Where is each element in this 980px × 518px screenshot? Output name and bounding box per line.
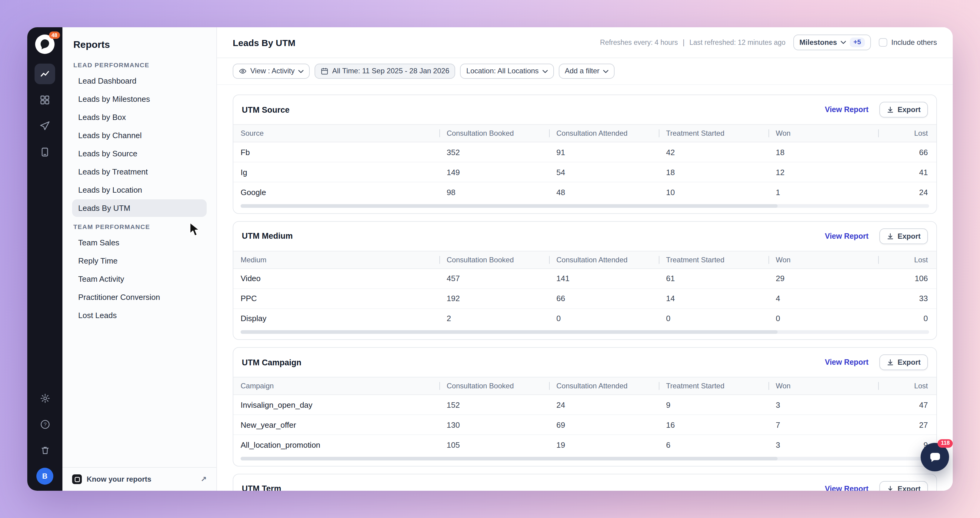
table-row: Fb35291421866	[233, 142, 936, 162]
sidebar-item-leads-by-treatment[interactable]: Leads by Treatment	[72, 163, 207, 181]
row-value: 54	[549, 162, 659, 182]
row-value: 6	[659, 435, 768, 455]
app-logo[interactable]: 48	[35, 35, 54, 54]
date-range-filter[interactable]: All Time: 11 Sep 2025 - 28 Jan 2026	[315, 64, 455, 79]
sidebar-footer-link[interactable]: Know your reports ↗	[62, 467, 216, 491]
page-header: Leads By UTM Refreshes every: 4 hours | …	[217, 27, 953, 58]
utm-card-utm-campaign: UTM CampaignView ReportExportCampaignCon…	[233, 347, 937, 466]
chevron-down-icon	[603, 69, 608, 73]
scrollbar-thumb[interactable]	[240, 456, 778, 460]
horizontal-scrollbar[interactable]	[240, 456, 929, 460]
card-title: UTM Source	[242, 105, 290, 114]
sidebar-item-leads-by-channel[interactable]: Leads by Channel	[72, 127, 207, 144]
download-icon	[887, 106, 894, 113]
cards-container: UTM SourceView ReportExportSourceConsult…	[217, 85, 953, 491]
sidebar-item-leads-by-utm[interactable]: Leads By UTM	[72, 199, 207, 217]
chat-widget-button[interactable]: 118	[921, 443, 949, 471]
row-value: 4	[768, 288, 878, 308]
row-value: 457	[439, 269, 549, 288]
row-value: 9	[659, 395, 768, 415]
add-filter-button[interactable]: Add a filter	[559, 64, 615, 79]
row-label: All_location_promotion	[233, 435, 439, 455]
export-button-label: Export	[897, 105, 921, 114]
card-header: UTM CampaignView ReportExport	[233, 348, 936, 377]
export-button[interactable]: Export	[880, 354, 928, 370]
table-row: All_location_promotion10519639	[233, 435, 936, 455]
column-header: Consultation Attended	[549, 251, 659, 269]
export-button[interactable]: Export	[880, 481, 928, 491]
column-header: Won	[768, 251, 878, 269]
rail-device-nav[interactable]	[35, 142, 55, 162]
row-value: 66	[878, 142, 936, 162]
row-value: 91	[549, 142, 659, 162]
rail-reports-nav[interactable]	[35, 64, 55, 84]
horizontal-scrollbar[interactable]	[240, 204, 929, 208]
utm-table: SourceConsultation BookedConsultation At…	[233, 124, 936, 202]
sidebar-item-practitioner-conversion[interactable]: Practitioner Conversion	[72, 288, 207, 306]
rail-campaigns-nav[interactable]	[35, 116, 55, 136]
table-row: Google984810124	[233, 182, 936, 202]
row-value: 18	[659, 162, 768, 182]
utm-card-utm-source: UTM SourceView ReportExportSourceConsult…	[233, 95, 937, 214]
help-icon: ?	[40, 419, 50, 429]
calendar-icon	[321, 67, 328, 75]
view-report-link[interactable]: View Report	[825, 105, 869, 114]
sidebar-item-leads-by-source[interactable]: Leads by Source	[72, 145, 207, 162]
sidebar-item-team-sales[interactable]: Team Sales	[72, 234, 207, 251]
table-row: PPC1926614433	[233, 288, 936, 308]
horizontal-scrollbar[interactable]	[240, 330, 929, 334]
row-value: 7	[768, 415, 878, 435]
view-filter[interactable]: View : Activity	[233, 64, 310, 79]
row-value: 27	[878, 415, 936, 435]
row-value: 10	[659, 182, 768, 202]
row-value: 14	[659, 288, 768, 308]
column-header: Consultation Booked	[439, 377, 549, 395]
scrollbar-thumb[interactable]	[240, 204, 778, 208]
download-icon	[887, 232, 894, 240]
table-row: New_year_offer1306916727	[233, 415, 936, 435]
include-others-label: Include others	[891, 38, 937, 47]
export-button[interactable]: Export	[880, 228, 928, 244]
tablet-icon	[40, 147, 50, 157]
column-header: Consultation Booked	[439, 124, 549, 142]
row-label: Fb	[233, 142, 439, 162]
table-row: Display20000	[233, 308, 936, 328]
rail-apps-nav[interactable]	[35, 90, 55, 110]
sidebar-item-lead-dashboard[interactable]: Lead Dashboard	[72, 72, 207, 90]
trash-icon	[40, 445, 50, 455]
location-filter[interactable]: Location: All Locations	[460, 64, 554, 79]
chart-icon	[40, 68, 50, 79]
row-value: 29	[768, 269, 878, 288]
settings-button[interactable]	[35, 388, 55, 408]
row-label: PPC	[233, 288, 439, 308]
milestones-count-badge: +5	[850, 38, 865, 47]
scrollbar-thumb[interactable]	[240, 330, 778, 334]
utm-card-utm-term: UTM TermView ReportExportTermConsultatio…	[233, 474, 937, 491]
milestones-dropdown[interactable]: Milestones +5	[793, 35, 870, 50]
view-report-link[interactable]: View Report	[825, 232, 869, 240]
include-others-control[interactable]: Include others	[878, 38, 937, 47]
help-button[interactable]: ?	[35, 414, 55, 434]
export-button[interactable]: Export	[880, 102, 928, 118]
column-header: Treatment Started	[659, 251, 768, 269]
row-value: 1	[768, 182, 878, 202]
include-others-checkbox[interactable]	[878, 38, 887, 47]
view-report-link[interactable]: View Report	[825, 485, 869, 491]
row-value: 69	[549, 415, 659, 435]
sidebar-section-label: LEAD PERFORMANCE	[72, 61, 207, 68]
view-report-link[interactable]: View Report	[825, 358, 869, 367]
sidebar-item-lost-leads[interactable]: Lost Leads	[72, 307, 207, 324]
row-label: Ig	[233, 162, 439, 182]
row-value: 192	[439, 288, 549, 308]
row-value: 48	[549, 182, 659, 202]
chevron-down-icon	[542, 69, 548, 73]
sidebar-item-leads-by-location[interactable]: Leads by Location	[72, 181, 207, 199]
trash-button[interactable]	[35, 440, 55, 461]
sidebar-item-team-activity[interactable]: Team Activity	[72, 270, 207, 288]
reports-guide-icon	[72, 474, 82, 484]
row-value: 0	[549, 308, 659, 328]
user-avatar[interactable]: B	[37, 468, 53, 485]
sidebar-item-leads-by-box[interactable]: Leads by Box	[72, 108, 207, 126]
sidebar-item-reply-time[interactable]: Reply Time	[72, 252, 207, 270]
sidebar-item-leads-by-milestones[interactable]: Leads by Milestones	[72, 90, 207, 108]
